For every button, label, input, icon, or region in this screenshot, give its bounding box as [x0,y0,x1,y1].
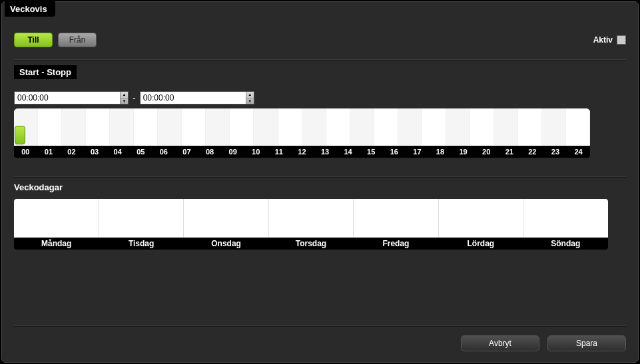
active-label: Aktiv [593,35,613,45]
divider [14,325,626,326]
timeline-hour-cell[interactable] [206,108,230,146]
time-separator: - [133,92,136,103]
timeline-hour-cell[interactable] [446,108,470,146]
timeline-hour-cell[interactable] [398,108,422,146]
hour-label: 20 [475,146,498,158]
timeline-hour-cell[interactable] [518,108,542,146]
timeline-hour-cell[interactable] [302,108,326,146]
spinner-up-icon[interactable]: ▲ [121,92,128,98]
hour-label: 18 [429,146,452,158]
hour-label: 01 [37,146,61,158]
timeline-track[interactable] [14,108,590,146]
weekday-cell[interactable] [99,199,184,238]
hour-label: 17 [406,146,429,158]
hour-label: 05 [129,146,153,158]
start-stop-heading: Start - Stopp [14,65,77,79]
spinner-down-icon[interactable]: ▼ [246,98,254,104]
weekday-cell[interactable] [14,199,99,238]
hour-label: 10 [244,146,268,158]
timeline-hour-cell[interactable] [134,108,158,146]
active-checkbox[interactable] [617,35,626,45]
hour-label: 04 [106,146,129,158]
weekday-label: Måndag [14,238,99,250]
timeline-hour-cell[interactable] [158,108,182,146]
timeline-hour-cell[interactable] [254,108,278,146]
hour-label: 00 [14,146,37,158]
hour-label: 22 [521,146,544,158]
hour-label: 09 [221,146,244,158]
hour-label: 19 [452,146,475,158]
weekday-cell[interactable] [269,199,354,238]
weekday-cell[interactable] [439,199,524,238]
timeline-hour-cell[interactable] [470,108,494,146]
hour-label: 08 [198,146,222,158]
weekdays-labels: MåndagTisdagOnsdagTorsdagFredagLördagSön… [14,238,608,250]
weekday-cell[interactable] [523,199,608,238]
divider [14,176,626,177]
hour-label: 03 [83,146,107,158]
hour-label: 23 [544,146,567,158]
on-off-toggle: Till Från [14,33,97,47]
weekday-label: Fredag [354,238,438,250]
timeline-hour-cell[interactable] [62,108,86,146]
spinner-down-icon[interactable]: ▼ [121,98,128,104]
hour-label: 07 [175,146,198,158]
stop-time-field[interactable]: ▲ ▼ [140,91,254,104]
timeline-hour-cell[interactable] [230,108,254,146]
timeline-hour-cell[interactable] [542,108,566,146]
stop-time-input[interactable] [141,92,246,104]
weekday-cell[interactable] [354,199,439,238]
weekday-label: Torsdag [268,238,353,250]
timeline-hour-cell[interactable] [326,108,350,146]
divider [14,59,626,60]
active-checkbox-group: Aktiv [593,35,626,45]
timeline-hour-cell[interactable] [86,108,110,146]
stop-time-spinner[interactable]: ▲ ▼ [246,92,254,104]
timeline-hour-cell[interactable] [278,108,302,146]
weekday-label: Lördag [438,238,523,250]
hour-label: 14 [336,146,360,158]
hour-label: 13 [314,146,337,158]
weekday-cell[interactable] [184,199,269,238]
save-button[interactable]: Spara [547,335,626,351]
timeline-handle[interactable] [15,126,25,144]
start-time-input[interactable] [15,92,120,104]
timeline-hour-cell[interactable] [494,108,518,146]
hour-label: 12 [290,146,314,158]
start-time-spinner[interactable]: ▲ ▼ [120,92,128,104]
cancel-button[interactable]: Avbryt [461,335,539,351]
timeline-hour-cell[interactable] [182,108,206,146]
weekday-label: Tisdag [99,238,183,250]
hour-label: 21 [497,146,521,158]
timeline-hour-cell[interactable] [38,108,62,146]
toggle-on-button[interactable]: Till [14,33,53,47]
hour-label: 06 [153,146,176,158]
hour-label: 11 [268,146,291,158]
window-title: Veckovis [5,1,55,17]
toggle-off-button[interactable]: Från [58,33,97,47]
timeline-hour-cell[interactable] [566,108,590,146]
hour-label: 15 [360,146,383,158]
timeline-hour-cell[interactable] [110,108,134,146]
hour-label: 02 [60,146,83,158]
weekly-schedule-dialog: Veckovis Till Från Aktiv Start - Stopp ▲… [1,1,639,363]
hour-label: 16 [383,146,406,158]
spinner-up-icon[interactable]: ▲ [246,92,254,98]
weekday-label: Onsdag [184,238,268,250]
weekday-label: Söndag [523,238,608,250]
timeline-hour-cell[interactable] [422,108,446,146]
timeline-hour-labels: 0001020304050607080910111213141516171819… [14,146,590,158]
timeline-hour-cell[interactable] [374,108,398,146]
weekdays-heading: Veckodagar [14,182,626,192]
hour-label: 24 [567,146,590,158]
start-time-field[interactable]: ▲ ▼ [14,91,129,104]
weekdays-track[interactable] [14,199,608,238]
timeline-hour-cell[interactable] [350,108,374,146]
